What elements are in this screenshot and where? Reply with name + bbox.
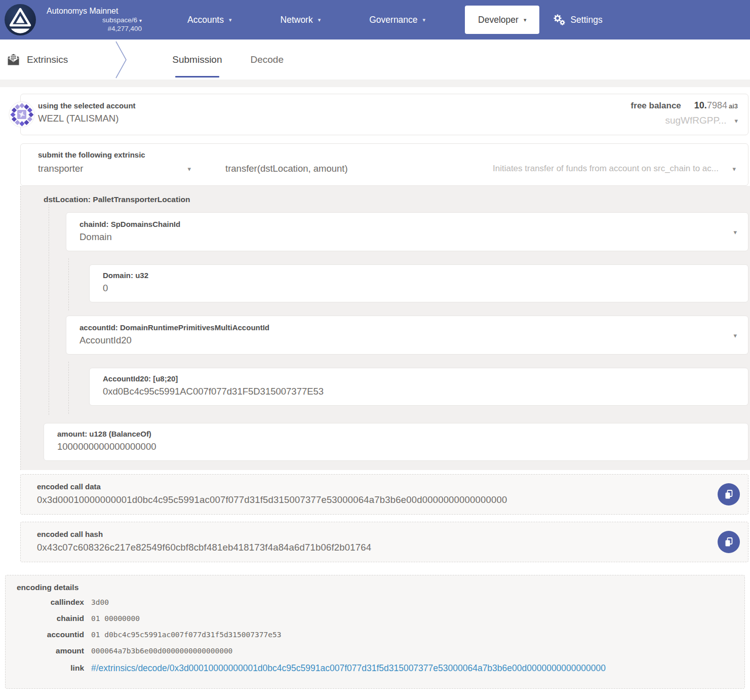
block-number: #4,277,400 xyxy=(47,25,142,33)
decode-link[interactable]: #/extrinsics/decode/0x3d00010000000001d0… xyxy=(91,663,606,673)
menu-settings[interactable]: Settings xyxy=(552,14,602,26)
account-address[interactable]: sugWfRGPP... ▾ xyxy=(631,115,738,126)
autonomys-logo-icon xyxy=(4,4,36,36)
enc-link-label: link xyxy=(17,659,84,677)
chevron-down-icon: ▾ xyxy=(318,17,321,23)
section-extrinsics: Extrinsics xyxy=(7,40,68,80)
menu-developer[interactable]: Developer ▾ xyxy=(465,6,539,34)
dst-location-label: dstLocation: PalletTransporterLocation xyxy=(44,195,748,204)
top-navbar: Autonomys Mainnet subspace/6▾ #4,277,400… xyxy=(0,0,750,40)
encoding-details-box: encoding details callindex 3d00 chainid … xyxy=(5,575,745,689)
amount-value: 1000000000000000000 xyxy=(57,441,735,452)
domain-value: 0 xyxy=(103,283,735,294)
chain-id-value: Domain xyxy=(80,231,735,243)
chevron-down-icon: ▾ xyxy=(423,17,426,23)
chain-id-nest: Domain: u32 0 xyxy=(68,258,748,310)
network-title: Autonomys Mainnet xyxy=(47,6,142,16)
encoded-call-hash-value: 0x43c07c608326c217e82549f60cbf8cbf481eb4… xyxy=(37,542,707,553)
encoding-details-label: encoding details xyxy=(17,583,734,592)
extrinsic-params: dstLocation: PalletTransporterLocation c… xyxy=(20,186,750,470)
dst-location-nest: chainId: SpDomainsChainId Domain ▾ Domai… xyxy=(49,204,748,415)
method-description[interactable]: Initiates transfer of funds from account… xyxy=(433,164,736,174)
chevron-down-icon: ▾ xyxy=(733,331,737,339)
copy-icon xyxy=(724,489,734,499)
tab-bar: Extrinsics Submission Decode xyxy=(0,40,750,80)
copy-call-hash-button[interactable] xyxy=(718,531,740,553)
account-id20-value: 0xd0Bc4c95c5991AC007f077d31F5D315007377E… xyxy=(103,386,735,397)
pallet-dropdown[interactable]: transporter ▾ xyxy=(38,163,195,174)
copy-icon xyxy=(724,537,734,547)
envelope-icon xyxy=(7,54,20,66)
enc-row-label: chainid xyxy=(17,610,84,627)
main-content: using the selected account WEZL (TALISMA… xyxy=(0,87,750,700)
account-id-value: AccountId20 xyxy=(80,335,735,346)
chevron-down-icon: ▾ xyxy=(733,228,737,236)
tabs: Submission Decode xyxy=(158,40,298,80)
section-title: Extrinsics xyxy=(27,54,68,65)
free-balance-value: 10.7984ai3 xyxy=(694,100,738,111)
encoded-call-data-label: encoded call data xyxy=(37,482,707,491)
chevron-down-icon: ▾ xyxy=(187,165,191,173)
domain-label: Domain: u32 xyxy=(103,271,735,280)
domain-input[interactable]: Domain: u32 0 xyxy=(89,264,748,302)
encoded-call-hash-label: encoded call hash xyxy=(37,530,707,538)
enc-row-value: 01 00000000 xyxy=(91,610,734,627)
enc-row-value: 000064a7b3b6e00d0000000000000000 xyxy=(91,643,734,659)
chevron-down-icon: ▾ xyxy=(524,17,527,23)
account-id-label: accountId: DomainRuntimePrimitivesMultiA… xyxy=(80,323,735,332)
menu-accounts[interactable]: Accounts ▾ xyxy=(174,15,245,25)
chevron-down-icon: ▾ xyxy=(229,17,232,23)
chain-id-label: chainId: SpDomainsChainId xyxy=(80,220,735,228)
account-balance-block: free balance 10.7984ai3 sugWfRGPP... ▾ xyxy=(631,100,738,126)
chain-selector[interactable]: subspace/6▾ xyxy=(47,16,142,25)
gear-icon xyxy=(552,14,566,26)
copy-call-data-button[interactable] xyxy=(718,483,740,505)
encoded-call-data-value: 0x3d00010000000001d0bc4c95c5991ac007f077… xyxy=(37,494,707,505)
menu-governance[interactable]: Governance ▾ xyxy=(356,15,439,25)
chevron-down-icon: ▾ xyxy=(734,117,738,125)
account-id-dropdown[interactable]: accountId: DomainRuntimePrimitivesMultiA… xyxy=(66,316,748,355)
account-identicon xyxy=(9,101,35,128)
encoded-call-data-box: encoded call data 0x3d00010000000001d0bc… xyxy=(20,474,748,515)
chain-id-dropdown[interactable]: chainId: SpDomainsChainId Domain ▾ xyxy=(66,212,748,251)
chevron-down-icon: ▾ xyxy=(139,18,142,23)
enc-row-label: callindex xyxy=(17,594,84,610)
menu-network[interactable]: Network ▾ xyxy=(267,15,334,25)
chevron-down-icon: ▾ xyxy=(732,165,736,173)
tab-submission[interactable]: Submission xyxy=(158,40,236,80)
enc-row-label: accountid xyxy=(17,627,84,643)
method-dropdown[interactable]: transfer(dstLocation, amount) xyxy=(195,163,433,174)
network-brand[interactable]: Autonomys Mainnet subspace/6▾ #4,277,400 xyxy=(47,6,142,33)
encoded-call-hash-box: encoded call hash 0x43c07c608326c217e825… xyxy=(20,522,748,562)
enc-row-value: 3d00 xyxy=(91,594,734,610)
tab-decode[interactable]: Decode xyxy=(236,40,298,80)
account-id20-input[interactable]: AccountId20: [u8;20] 0xd0Bc4c95c5991AC00… xyxy=(89,368,748,406)
extrinsic-label: submit the following extrinsic xyxy=(38,150,736,159)
enc-row-label: amount xyxy=(17,643,84,659)
account-id20-label: AccountId20: [u8;20] xyxy=(103,374,735,383)
amount-label: amount: u128 (BalanceOf) xyxy=(57,430,735,438)
amount-input[interactable]: amount: u128 (BalanceOf) 100000000000000… xyxy=(44,423,748,461)
breadcrumb-chevron-icon xyxy=(114,40,128,80)
free-balance-label: free balance xyxy=(631,101,681,111)
account-selector[interactable]: using the selected account WEZL (TALISMA… xyxy=(20,94,748,135)
main-menu: Accounts ▾ Network ▾ Governance ▾ Develo… xyxy=(163,6,603,34)
account-id-nest: AccountId20: [u8;20] 0xd0Bc4c95c5991AC00… xyxy=(68,362,748,414)
extrinsic-selector-card: submit the following extrinsic transport… xyxy=(20,143,748,186)
enc-row-value: 01 d0bc4c95c5991ac007f077d31f5d315007377… xyxy=(91,627,734,643)
